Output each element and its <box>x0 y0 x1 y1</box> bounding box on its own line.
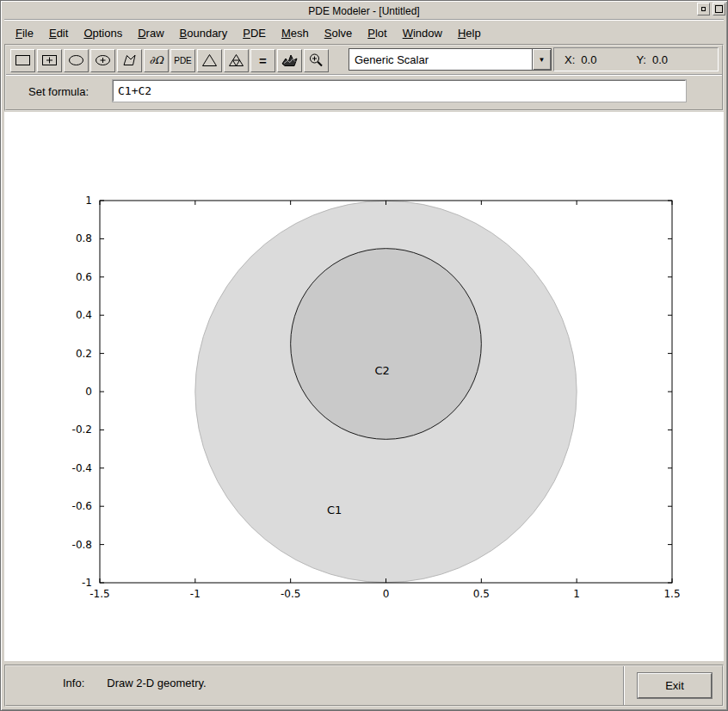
solve-equals-label: = <box>259 53 267 68</box>
status-separator <box>623 666 624 705</box>
y-tick-label: -0.6 <box>72 500 92 512</box>
geometry-plot[interactable]: -1.5-1-0.500.511.5-1-0.8-0.6-0.4-0.200.2… <box>4 112 725 663</box>
window-title: PDE Modeler - [Untitled] <box>308 5 419 17</box>
menu-bar: File Edit Options Draw Boundary PDE Mesh… <box>8 23 720 42</box>
title-bar[interactable]: PDE Modeler - [Untitled] <box>4 3 724 20</box>
plot-solution-icon <box>281 52 299 69</box>
menu-draw[interactable]: Draw <box>130 25 171 41</box>
x-tick-label: -0.5 <box>281 588 300 600</box>
menu-solve[interactable]: Solve <box>317 25 361 41</box>
y-tick-label: 0.2 <box>76 348 92 360</box>
minimize-button[interactable] <box>697 3 710 15</box>
geometry-C2[interactable] <box>291 249 482 440</box>
window-controls <box>697 3 725 15</box>
x-tick-label: 1 <box>573 588 580 600</box>
initialize-mesh-button[interactable] <box>197 49 222 72</box>
status-info-label: Info: <box>63 677 84 689</box>
menu-help[interactable]: Help <box>450 25 489 41</box>
pde-mode-label: PDE <box>174 56 192 65</box>
toolbar: ∂Ω PDE = <box>10 48 329 72</box>
maximize-icon <box>713 3 725 15</box>
x-tick-label: 1.5 <box>663 588 680 600</box>
y-tick-label: 0 <box>85 386 92 398</box>
dropdown-arrow-icon[interactable]: ▼ <box>532 49 551 70</box>
rectangle-center-icon <box>40 52 59 69</box>
rectangle-icon <box>14 52 32 69</box>
coord-x-label: X: <box>565 53 575 66</box>
cursor-coordinates: X:0.0 Y:0.0 <box>553 47 719 71</box>
window: PDE Modeler - [Untitled] File Edit Optio… <box>0 0 728 711</box>
initialize-mesh-icon <box>201 52 219 69</box>
x-tick-label: -1.5 <box>89 588 109 600</box>
status-info: Info: Draw 2-D geometry. <box>63 677 207 689</box>
x-tick-label: 0.5 <box>473 588 490 600</box>
y-tick-label: 0.8 <box>76 232 92 244</box>
y-tick-label: -0.8 <box>72 539 92 551</box>
pde-mode-button[interactable]: PDE <box>170 49 195 72</box>
boundary-mode-label: ∂Ω <box>149 54 163 66</box>
draw-rectangle-button[interactable] <box>10 49 35 72</box>
toolbar-divider <box>6 74 722 75</box>
coord-y-value: 0.0 <box>652 53 668 66</box>
solve-pde-button[interactable]: = <box>250 49 275 72</box>
menu-plot[interactable]: Plot <box>360 25 394 41</box>
menu-edit[interactable]: Edit <box>41 25 76 41</box>
draw-rectangle-center-button[interactable] <box>37 49 62 72</box>
ellipse-icon <box>67 52 85 69</box>
y-tick-label: 0.4 <box>76 309 92 321</box>
y-tick-label: -0.2 <box>72 424 92 436</box>
y-tick-label: 1 <box>85 195 92 207</box>
x-tick-label: 0 <box>383 588 390 600</box>
draw-polygon-button[interactable] <box>117 49 142 72</box>
refine-mesh-icon <box>227 52 245 69</box>
plot-solution-button[interactable] <box>277 49 302 72</box>
menu-boundary[interactable]: Boundary <box>172 25 236 41</box>
boundary-mode-button[interactable]: ∂Ω <box>144 49 169 72</box>
geometry-label-C1: C1 <box>327 504 342 516</box>
refine-mesh-button[interactable] <box>224 49 249 72</box>
zoom-icon <box>307 52 325 69</box>
menu-file[interactable]: File <box>8 25 41 41</box>
ellipse-center-icon <box>94 52 112 69</box>
y-tick-label: -1 <box>82 577 92 589</box>
toolbar-panel: ∂Ω PDE = <box>4 44 724 111</box>
menu-window[interactable]: Window <box>395 25 450 41</box>
coord-y-label: Y: <box>636 53 646 66</box>
menu-options[interactable]: Options <box>76 25 130 41</box>
drawing-canvas[interactable]: -1.5-1-0.500.511.5-1-0.8-0.6-0.4-0.200.2… <box>4 112 724 661</box>
draw-ellipse-center-button[interactable] <box>90 49 115 72</box>
set-formula-input[interactable] <box>113 80 686 102</box>
set-formula-label: Set formula: <box>28 85 89 98</box>
y-tick-label: -0.4 <box>72 462 92 474</box>
exit-button[interactable]: Exit <box>638 673 712 698</box>
y-tick-label: 0.6 <box>76 271 92 283</box>
menu-pde[interactable]: PDE <box>235 25 274 41</box>
status-message: Draw 2-D geometry. <box>107 677 206 689</box>
coord-x-value: 0.0 <box>581 53 596 66</box>
maximize-button[interactable] <box>713 3 725 15</box>
x-tick-label: -1 <box>190 588 201 600</box>
application-mode-value: Generic Scalar <box>349 53 532 66</box>
application-mode-dropdown[interactable]: Generic Scalar ▼ <box>349 48 552 71</box>
menu-mesh[interactable]: Mesh <box>274 25 317 41</box>
minimize-icon <box>698 3 709 15</box>
draw-ellipse-button[interactable] <box>64 49 89 72</box>
polygon-icon <box>120 52 139 69</box>
status-bar: Info: Draw 2-D geometry. Exit <box>4 665 724 707</box>
geometry-label-C2: C2 <box>374 364 389 377</box>
zoom-button[interactable] <box>304 49 329 72</box>
